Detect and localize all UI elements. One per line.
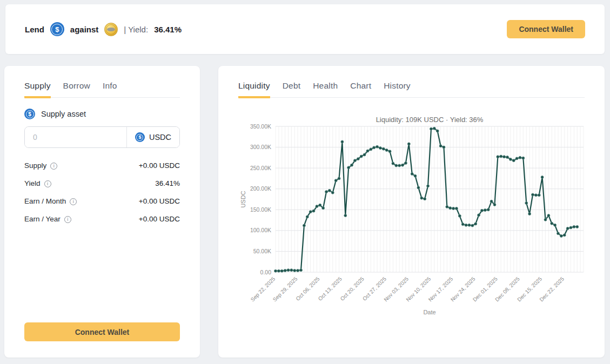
svg-text:50.00K: 50.00K <box>253 248 271 254</box>
info-icon[interactable] <box>44 180 51 187</box>
stat-label: Yield <box>24 179 51 188</box>
tab-liquidity[interactable]: Liquidity <box>238 81 270 98</box>
stat-row-earn-month: Earn / Month +0.00 USDC <box>24 197 180 206</box>
svg-text:200.00K: 200.00K <box>250 185 271 192</box>
tab-history[interactable]: History <box>384 81 411 98</box>
market-panel-tabs: Liquidity Debt Health Chart History <box>238 81 585 98</box>
supply-asset-label: Supply asset <box>41 110 86 118</box>
usdc-coin-icon <box>50 22 64 36</box>
svg-text:Liquidity: 109K USDC · Yield:: Liquidity: 109K USDC · Yield: 36% <box>376 116 484 124</box>
tab-info[interactable]: Info <box>103 81 117 98</box>
top-bar: Lend against | Yield: 36.41% Connect Wal… <box>5 4 605 54</box>
supply-stats: Supply +0.00 USDC Yield 36.41% Earn / Mo… <box>24 161 180 233</box>
stat-value: +0.00 USDC <box>139 215 180 224</box>
svg-text:0.00: 0.00 <box>260 269 272 275</box>
stat-label: Supply <box>24 161 57 170</box>
lend-label: Lend <box>25 25 44 34</box>
stat-label-text: Supply <box>24 161 46 170</box>
stat-row-earn-year: Earn / Year +0.00 USDC <box>24 215 180 224</box>
tab-supply[interactable]: Supply <box>24 81 51 98</box>
stat-label: Earn / Month <box>24 197 77 206</box>
info-icon[interactable] <box>64 216 71 223</box>
connect-wallet-button-panel[interactable]: Connect Wallet <box>24 322 180 341</box>
tab-debt[interactable]: Debt <box>283 81 301 98</box>
usdc-coin-icon <box>135 132 145 142</box>
supply-asset-row: Supply asset <box>24 109 180 119</box>
stat-row-yield: Yield 36.41% <box>24 179 180 188</box>
yield-value: 36.41% <box>154 25 182 34</box>
svg-text:250.00K: 250.00K <box>250 165 271 171</box>
usdc-coin-icon <box>24 109 35 119</box>
yield-label: | Yield: <box>124 25 148 34</box>
against-label: against <box>70 25 99 34</box>
svg-text:350.00K: 350.00K <box>250 123 271 130</box>
supply-panel: Supply Borrow Info Supply asset USDC Sup… <box>4 66 200 358</box>
market-panel: Liquidity Debt Health Chart History 0.00… <box>218 66 605 358</box>
tab-chart[interactable]: Chart <box>350 81 371 98</box>
supply-amount-group: USDC <box>24 126 180 148</box>
stat-value: 36.41% <box>155 179 180 188</box>
asset-selector-label: USDC <box>149 133 171 141</box>
svg-text:100.00K: 100.00K <box>250 227 271 233</box>
svg-text:300.00K: 300.00K <box>250 144 271 150</box>
liquidity-chart-container: 0.0050.00K100.00K150.00K200.00K250.00K30… <box>238 104 585 322</box>
liquidity-line-chart: 0.0050.00K100.00K150.00K200.00K250.00K30… <box>238 104 585 320</box>
stat-label-text: Earn / Month <box>24 197 66 206</box>
supply-amount-input[interactable] <box>25 127 126 147</box>
info-icon[interactable] <box>70 198 77 205</box>
market-pair: Lend against | Yield: 36.41% <box>25 22 182 36</box>
stat-row-supply: Supply +0.00 USDC <box>24 161 180 170</box>
connect-wallet-button-header[interactable]: Connect Wallet <box>507 20 585 38</box>
svg-text:150.00K: 150.00K <box>250 206 271 213</box>
tab-health[interactable]: Health <box>313 81 338 98</box>
stat-value: +0.00 USDC <box>139 197 180 206</box>
supply-panel-tabs: Supply Borrow Info <box>24 81 180 98</box>
tab-borrow[interactable]: Borrow <box>63 81 90 98</box>
asset-selector[interactable]: USDC <box>126 127 179 147</box>
stat-label-text: Yield <box>24 179 41 188</box>
collateral-coin-icon <box>104 23 118 36</box>
stat-label-text: Earn / Year <box>24 215 61 224</box>
stat-label: Earn / Year <box>24 215 71 224</box>
stat-value: +0.00 USDC <box>139 161 180 170</box>
svg-text:Date: Date <box>423 309 435 315</box>
info-icon[interactable] <box>50 163 57 170</box>
svg-text:USDC: USDC <box>240 191 246 207</box>
